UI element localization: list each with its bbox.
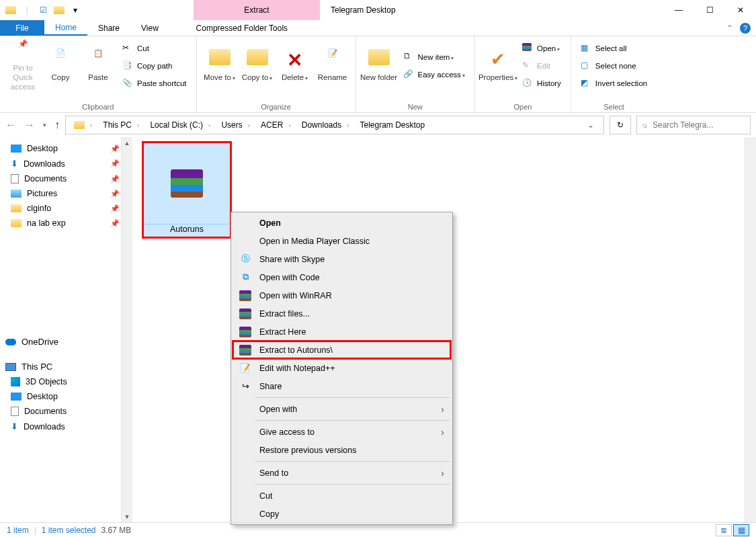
new-folder-icon	[368, 49, 390, 71]
edit-button[interactable]: ✎Edit	[519, 58, 564, 73]
file-item-autoruns[interactable]: Autoruns	[143, 142, 230, 237]
qat-customize-icon[interactable]	[52, 3, 67, 17]
menu-open-with[interactable]: Open with›	[233, 400, 451, 418]
menu-extract-to[interactable]: Extract to Autoruns\	[233, 341, 451, 359]
onedrive-icon	[5, 339, 16, 345]
menu-separator	[255, 397, 450, 398]
breadcrumb-part[interactable]: Users›	[217, 120, 255, 130]
file-tab[interactable]: File	[0, 20, 44, 36]
help-icon[interactable]: ?	[740, 23, 751, 34]
scroll-up-button[interactable]: ▲	[122, 137, 132, 149]
maximize-button[interactable]: ☐	[694, 0, 725, 20]
select-none-button[interactable]: ▢Select none	[578, 58, 650, 73]
sidebar-item-downloads[interactable]: ⬇Downloads📌	[0, 156, 121, 171]
winrar-icon	[239, 326, 251, 338]
status-size: 3.67 MB	[101, 526, 132, 535]
extract-context-tab[interactable]: Extract	[194, 0, 320, 20]
sidebar-item-nalabexp[interactable]: na lab exp📌	[0, 216, 121, 231]
sidebar-item-pc-documents[interactable]: Documents	[0, 404, 121, 419]
sidebar-item-pc-downloads[interactable]: ⬇Downloads	[0, 419, 121, 434]
qat-properties-icon[interactable]: ☑	[36, 3, 50, 17]
open-button[interactable]: Open	[519, 41, 564, 56]
breadcrumb-part[interactable]: ACER›	[257, 120, 296, 130]
menu-edit-notepadpp[interactable]: 📝Edit with Notepad++	[233, 359, 451, 377]
pin-icon: 📌	[110, 159, 118, 168]
navigation-pane[interactable]: Desktop📌 ⬇Downloads📌 Documents📌 Pictures…	[0, 137, 121, 522]
compressed-tools-tab[interactable]: Compressed Folder Tools	[183, 20, 301, 36]
menu-share[interactable]: ↪Share	[233, 377, 451, 395]
minimize-button[interactable]: —	[663, 0, 694, 20]
home-tab[interactable]: Home	[44, 20, 87, 36]
sidebar-item-onedrive[interactable]: OneDrive	[0, 334, 121, 349]
menu-open-mpc[interactable]: Open in Media Player Classic	[233, 232, 451, 250]
easy-access-button[interactable]: 🔗Easy access	[401, 67, 468, 82]
menu-copy[interactable]: Copy	[233, 505, 451, 523]
folder-icon[interactable]	[3, 3, 18, 17]
menu-extract-files[interactable]: Extract files...	[233, 304, 451, 323]
invert-selection-button[interactable]: ◩Invert selection	[578, 76, 650, 91]
qat-dropdown[interactable]: ▾	[68, 3, 83, 17]
history-button[interactable]: 🕓History	[519, 76, 564, 91]
back-button[interactable]: ←	[5, 119, 16, 131]
breadcrumb-dropdown[interactable]: ⌄	[587, 120, 594, 130]
copy-path-button[interactable]: 📑Copy path	[120, 58, 190, 73]
sidebar-item-clginfo[interactable]: clginfo📌	[0, 201, 121, 216]
menu-give-access[interactable]: Give access to›	[233, 423, 451, 441]
menu-restore-versions[interactable]: Restore previous versions	[233, 441, 451, 459]
sidebar-scrollbar[interactable]: ▲ ▼	[121, 137, 132, 522]
paste-shortcut-button[interactable]: 📎Paste shortcut	[120, 76, 190, 91]
view-tab[interactable]: View	[130, 20, 169, 36]
copy-button[interactable]: 📄Copy	[42, 38, 79, 94]
search-input[interactable]: ⌕ Search Telegra...	[636, 116, 751, 134]
content-scrollbar[interactable]	[745, 137, 756, 522]
ribbon-collapse-button[interactable]: ⌃	[726, 24, 733, 33]
invert-icon: ◩	[581, 78, 591, 89]
new-folder-button[interactable]: New folder	[360, 38, 398, 94]
forward-button[interactable]: →	[24, 119, 35, 131]
breadcrumb[interactable]: › This PC› Local Disk (C:)› Users› ACER›…	[65, 116, 604, 134]
properties-button[interactable]: ✔Properties	[479, 38, 517, 94]
breadcrumb-part[interactable]: Telegram Desktop	[356, 120, 429, 130]
sidebar-item-3dobjects[interactable]: 3D Objects	[0, 374, 121, 389]
menu-send-to[interactable]: Send to›	[233, 464, 451, 482]
recent-locations-button[interactable]: ▾	[43, 122, 46, 128]
up-button[interactable]: ↑	[54, 119, 60, 131]
sidebar-item-desktop[interactable]: Desktop📌	[0, 141, 121, 156]
refresh-button[interactable]: ↻	[610, 116, 631, 134]
menu-cut[interactable]: Cut	[233, 487, 451, 505]
paste-button[interactable]: 📋Paste	[79, 38, 117, 94]
details-view-button[interactable]: ≣	[716, 524, 732, 536]
breadcrumb-part[interactable]: Local Disk (C:)›	[146, 120, 216, 130]
winrar-icon	[239, 308, 251, 320]
menu-open[interactable]: Open	[233, 214, 451, 232]
sidebar-item-thispc[interactable]: This PC	[0, 359, 121, 374]
breadcrumb-part[interactable]: This PC›	[99, 120, 144, 130]
menu-open-code[interactable]: ⧉Open with Code	[233, 268, 451, 286]
delete-button[interactable]: ✕Delete	[276, 38, 314, 94]
breadcrumb-part[interactable]: Downloads›	[298, 120, 355, 130]
delete-icon: ✕	[284, 49, 306, 71]
move-to-icon	[209, 49, 230, 71]
sidebar-item-pictures[interactable]: Pictures📌	[0, 186, 121, 201]
copy-to-button[interactable]: Copy to	[239, 38, 276, 94]
breadcrumb-root-icon[interactable]: ›	[70, 121, 97, 129]
sidebar-item-documents[interactable]: Documents📌	[0, 171, 121, 186]
select-all-button[interactable]: ▦Select all	[578, 41, 650, 56]
menu-open-winrar[interactable]: Open with WinRAR	[233, 286, 451, 304]
ribbon-collapse-help: ⌃ ?	[726, 20, 756, 36]
move-to-button[interactable]: Move to	[201, 38, 239, 94]
large-icons-view-button[interactable]: ▦	[733, 524, 749, 536]
menu-extract-here[interactable]: Extract Here	[233, 323, 451, 341]
close-button[interactable]: ✕	[725, 0, 756, 20]
edit-icon: ✎	[522, 60, 533, 71]
navigation-bar: ← → ▾ ↑ › This PC› Local Disk (C:)› User…	[0, 113, 756, 137]
share-tab[interactable]: Share	[87, 20, 130, 36]
pin-quick-access-button[interactable]: 📌Pin to Quick access	[4, 38, 42, 94]
rename-button[interactable]: 📝Rename	[314, 38, 351, 94]
sidebar-item-pc-desktop[interactable]: Desktop	[0, 389, 121, 404]
menu-share-skype[interactable]: ⓈShare with Skype	[233, 250, 451, 268]
cut-button[interactable]: ✂Cut	[120, 41, 190, 56]
pictures-icon	[11, 190, 22, 198]
new-item-button[interactable]: 🗋New item	[401, 50, 468, 65]
scroll-down-button[interactable]: ▼	[122, 511, 132, 522]
